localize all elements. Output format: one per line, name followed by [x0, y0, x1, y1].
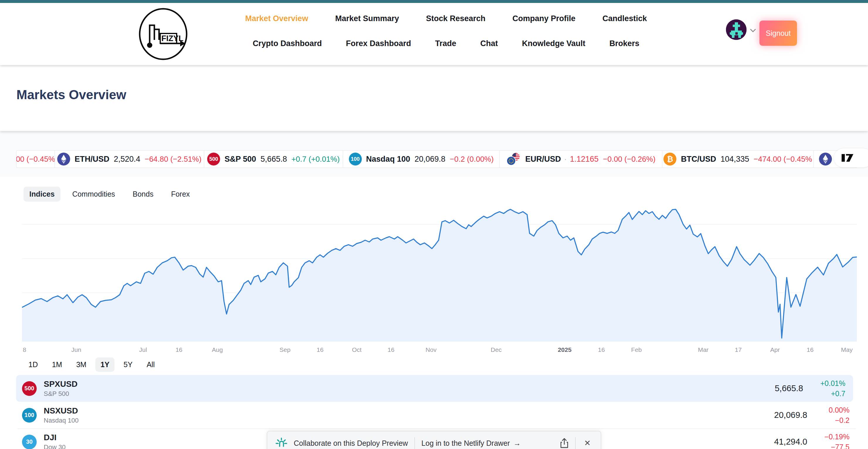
change-absolute: +0.7	[820, 389, 846, 399]
logo-text: FIZYL	[161, 34, 183, 43]
nav-item-brokers[interactable]: Brokers	[610, 39, 640, 48]
nav-item-crypto-dashboard[interactable]: Crypto Dashboard	[253, 39, 322, 48]
axis-tick-sep: Sep	[279, 346, 290, 353]
symbol-badge-500: 500	[22, 381, 37, 396]
ticker-price: 2,520.4	[114, 155, 140, 164]
ticker-symbol: Nasdaq 100	[366, 155, 410, 164]
login-label: Log in to the Netlify Drawer	[422, 439, 510, 448]
ticker-item-nasdaq-100[interactable]: 100Nasdaq 10020,069.8−0.2 (0.00%)	[343, 151, 499, 168]
range-1m[interactable]: 1M	[47, 357, 67, 372]
axis-tick-2025: 2025	[558, 346, 571, 353]
ticker-item-eth-usd[interactable]: ETH/USD2,520.4−64.80 (−2.51%)	[55, 151, 204, 168]
share-icon[interactable]	[560, 438, 569, 448]
change-absolute: −77.5	[825, 442, 850, 449]
axis-tick-16: 16	[388, 346, 394, 353]
signout-button[interactable]: Signout	[760, 21, 797, 46]
symbol-identity: NSXUSDNasdaq 100	[44, 406, 79, 424]
ticker-item-partial[interactable]: 00 (−0.45%	[17, 151, 55, 168]
axis-tick-16: 16	[807, 346, 813, 353]
axis-tick-jul: Jul	[139, 346, 147, 353]
ticker-price: 104,335	[720, 155, 749, 164]
ticker-symbol: ETH/USD	[74, 155, 110, 164]
main-nav: Market OverviewMarket SummaryStock Resea…	[229, 3, 663, 65]
ticker-change: +0.7 (+0.01%)	[291, 155, 340, 164]
tab-indices[interactable]: Indices	[24, 187, 60, 202]
tab-commodities[interactable]: Commodities	[66, 187, 121, 202]
symbol-ticker: DJI	[44, 433, 66, 442]
fizyl-logo[interactable]: FIZYL	[138, 8, 188, 62]
index-area-chart[interactable]	[22, 205, 857, 341]
axis-tick-mar: Mar	[698, 346, 708, 353]
nav-item-chat[interactable]: Chat	[480, 39, 498, 48]
symbol-change: −0.19%−77.5	[825, 432, 850, 449]
nav-item-candlestick[interactable]: Candlestick	[602, 14, 647, 23]
nav-item-knowledge-vault[interactable]: Knowledge Vault	[522, 39, 585, 48]
symbol-row-spxusd[interactable]: 500SPXUSDS&P 5005,665.8+0.01%+0.7	[16, 375, 853, 402]
symbol-name: Nasdaq 100	[44, 417, 79, 424]
change-percent: 0.00%	[829, 405, 849, 415]
axis-tick-aug: Aug	[212, 346, 223, 353]
badge-icon-100: 100	[349, 153, 362, 166]
axis-tick-oct: Oct	[352, 346, 362, 353]
market-tabs: IndicesCommoditiesBondsForex	[24, 187, 196, 202]
avatar-chevron-down-icon[interactable]	[750, 28, 756, 33]
ethereum-icon	[819, 153, 832, 166]
tab-bonds[interactable]: Bonds	[127, 187, 159, 202]
tab-forex[interactable]: Forex	[165, 187, 196, 202]
range-5y[interactable]: 5Y	[119, 357, 137, 372]
axis-tick-16: 16	[598, 346, 605, 353]
close-icon[interactable]: ✕	[582, 439, 592, 448]
ticker-change: −0.2 (0.00%)	[450, 155, 494, 164]
symbol-name: Dow 30	[44, 443, 66, 449]
ticker-change: 00 (−0.45%	[17, 155, 55, 164]
nav-item-market-summary[interactable]: Market Summary	[335, 14, 399, 23]
netlify-login-link[interactable]: Log in to the Netlify Drawer →	[422, 439, 521, 448]
ticker-item-btc-usd[interactable]: ₿BTC/USD104,335−474.00 (−0.45%	[662, 151, 813, 168]
symbol-identity: DJIDow 30	[44, 433, 66, 449]
page-title: Markets Overview	[17, 87, 126, 102]
logo-bars	[150, 25, 159, 45]
nav-item-forex-dashboard[interactable]: Forex Dashboard	[346, 39, 411, 48]
banner-divider	[414, 437, 415, 449]
range-all[interactable]: All	[142, 357, 160, 372]
banner-divider	[575, 437, 576, 449]
ticker-symbol: S&P 500	[224, 155, 256, 164]
ticker-change: −0.00 (−0.26%)	[603, 155, 655, 164]
ticker-price: 20,069.8	[415, 155, 445, 164]
market-overview-widget: IndicesCommoditiesBondsForex 8JunJul16Au…	[11, 177, 857, 449]
app-header: FIZYL Market OverviewMarket SummaryStock…	[0, 3, 868, 65]
time-range-buttons: 1D1M3M1Y5YAll	[24, 357, 160, 372]
tradingview-logo-pill[interactable]	[834, 149, 868, 167]
nav-item-trade[interactable]: Trade	[435, 39, 456, 48]
axis-tick-16: 16	[317, 346, 323, 353]
symbol-row-nsxusd[interactable]: 100NSXUSDNasdaq 10020,069.80.00%−0.2	[16, 402, 857, 428]
chart-x-axis: 8JunJul16AugSep16Oct16NovDec202516FebMar…	[22, 344, 857, 355]
ticker-symbol: EUR/USD	[525, 155, 561, 164]
status-dot: ·	[564, 155, 567, 164]
ticker-item-eur-usd[interactable]: EUR/USD·1.12165−0.00 (−0.26%)	[499, 151, 662, 168]
netlify-icon	[276, 437, 287, 449]
symbol-badge-30: 30	[22, 435, 37, 449]
tradingview-icon	[842, 154, 855, 162]
axis-tick-apr: Apr	[770, 346, 780, 353]
nav-row-1: Market OverviewMarket SummaryStock Resea…	[229, 14, 663, 23]
symbol-ticker: SPXUSD	[44, 380, 78, 389]
ticker-symbol: BTC/USD	[681, 155, 716, 164]
symbol-badge-100: 100	[22, 408, 37, 423]
range-1y[interactable]: 1Y	[95, 357, 115, 372]
symbol-change: 0.00%−0.2	[829, 405, 849, 425]
symbol-value: 5,665.8	[775, 384, 803, 393]
heading-card: Markets Overview	[0, 65, 868, 131]
change-percent: +0.01%	[820, 378, 846, 389]
ticker-item-s-p-500[interactable]: 500S&P 5005,665.8+0.7 (+0.01%)	[204, 151, 343, 168]
user-avatar[interactable]	[726, 19, 746, 40]
axis-tick-17: 17	[735, 346, 742, 353]
range-1d[interactable]: 1D	[24, 357, 43, 372]
axis-tick-dec: Dec	[491, 346, 501, 353]
nav-item-company-profile[interactable]: Company Profile	[513, 14, 576, 23]
nav-item-stock-research[interactable]: Stock Research	[426, 14, 486, 23]
axis-tick-8: 8	[23, 346, 26, 353]
range-3m[interactable]: 3M	[71, 357, 92, 372]
nav-item-market-overview[interactable]: Market Overview	[245, 14, 308, 23]
bitcoin-icon: ₿	[663, 153, 676, 166]
